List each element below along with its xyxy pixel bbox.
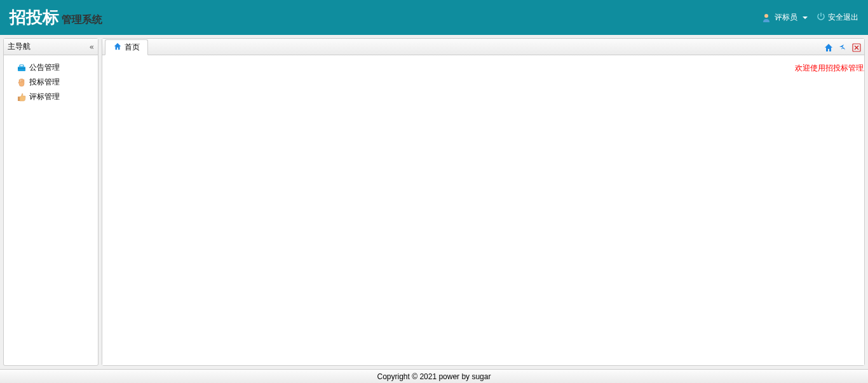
header-right: 评标员 安全退出 — [762, 12, 858, 23]
tab-label: 首页 — [125, 42, 140, 53]
svg-rect-3 — [18, 68, 25, 69]
nav-item-bidding[interactable]: 投标管理 — [4, 75, 98, 90]
chevron-down-icon — [803, 17, 808, 19]
header: 招投标 管理系统 评标员 安全退出 — [0, 0, 868, 35]
sidebar-header: 主导航 « — [4, 39, 98, 55]
welcome-marquee: 欢迎使用招投标管理系统 — [795, 63, 864, 74]
logo: 招投标 管理系统 — [10, 6, 102, 29]
home-icon — [113, 42, 122, 53]
svg-rect-2 — [20, 65, 24, 67]
thumbs-up-icon — [17, 92, 27, 102]
briefcase-icon — [17, 63, 27, 73]
sidebar-title: 主导航 — [8, 41, 31, 52]
nav-item-label: 投标管理 — [29, 77, 60, 88]
logout-label: 安全退出 — [828, 12, 858, 23]
nav-item-announcement[interactable]: 公告管理 — [4, 60, 98, 75]
collapse-icon[interactable]: « — [90, 43, 94, 51]
logo-main: 招投标 — [10, 6, 59, 29]
back-button[interactable] — [837, 43, 848, 53]
footer-text: Copyright © 2021 power by sugar — [377, 372, 491, 381]
nav-item-evaluation[interactable]: 评标管理 — [4, 90, 98, 104]
power-icon — [817, 12, 825, 23]
logout-button[interactable]: 安全退出 — [817, 12, 858, 23]
nav-item-label: 评标管理 — [29, 91, 60, 102]
logo-sub: 管理系统 — [62, 13, 102, 27]
main-panel: 首页 — [102, 38, 865, 366]
svg-rect-4 — [18, 97, 20, 101]
main-body: 欢迎使用招投标管理系统 — [102, 55, 864, 365]
user-label: 评标员 — [775, 12, 797, 23]
close-button[interactable] — [851, 43, 862, 53]
footer: Copyright © 2021 power by sugar — [0, 369, 868, 383]
tab-bar: 首页 — [102, 39, 864, 55]
nav-tree: 公告管理 投标管理 评标管理 — [4, 55, 98, 109]
nav-item-label: 公告管理 — [29, 62, 60, 73]
tab-home[interactable]: 首页 — [105, 39, 148, 55]
sidebar: 主导航 « 公告管理 投标管理 — [3, 38, 98, 366]
user-icon — [762, 13, 771, 22]
tab-tools — [824, 43, 862, 55]
hand-icon — [17, 77, 27, 88]
tabs: 首页 — [105, 39, 148, 55]
svg-point-0 — [764, 14, 768, 18]
user-menu[interactable]: 评标员 — [762, 12, 808, 23]
home-button[interactable] — [824, 43, 834, 53]
content: 主导航 « 公告管理 投标管理 — [0, 35, 868, 369]
